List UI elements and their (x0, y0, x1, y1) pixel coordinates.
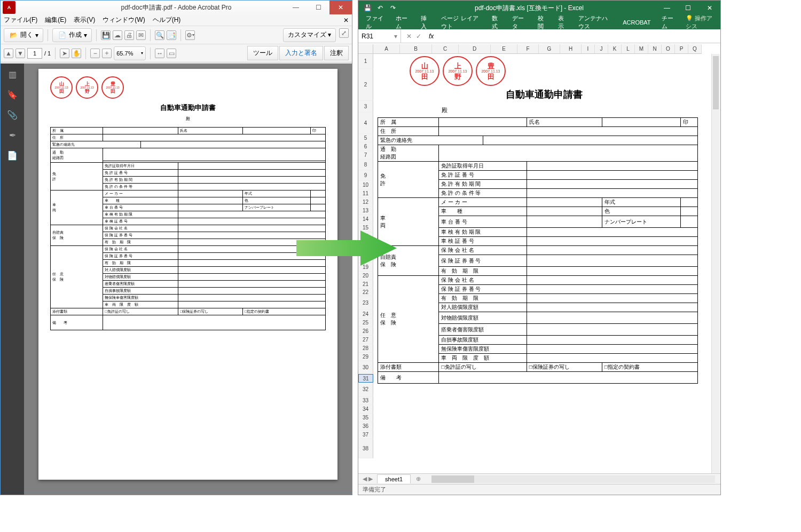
fx-cancel-icon[interactable]: ✕ (406, 33, 412, 40)
menu-help[interactable]: ヘルプ(H) (153, 15, 181, 25)
row-header-7[interactable]: 7 (358, 151, 373, 160)
print-icon[interactable]: 🖨 (124, 30, 134, 40)
tab-data[interactable]: データ (508, 12, 531, 33)
row-header-31[interactable]: 31 (358, 374, 373, 383)
cloud-icon[interactable]: ☁ (113, 30, 122, 40)
tell-me[interactable]: 💡 操作アシス (686, 14, 717, 30)
tab-acrobat[interactable]: ACROBAT (618, 17, 655, 28)
excel-horizontal-scrollbar[interactable] (431, 475, 715, 483)
acrobat-page-area[interactable]: 山2007.11.13田 上2007.11.13野 豊2007.11.13田 自… (24, 63, 352, 495)
row-header-22[interactable]: 22 (358, 289, 373, 296)
menu-edit[interactable]: 編集(E) (45, 15, 66, 25)
sheet-area[interactable]: 山2007.11.13田 上2007.11.13野 豊2007.11.13田 自… (373, 54, 720, 473)
row-header-38[interactable]: 38 (358, 439, 373, 458)
qat-undo-icon[interactable]: ↶ (375, 3, 385, 13)
page-number-input[interactable] (27, 48, 42, 59)
attachments-icon[interactable]: 📎 (6, 108, 19, 121)
excel-grid[interactable]: ABCDEFGHIJKLMNOPQ 1234567891011121314151… (358, 44, 720, 473)
col-header-D[interactable]: D (459, 44, 491, 53)
col-header-M[interactable]: M (635, 44, 648, 53)
excel-vertical-scrollbar[interactable] (711, 54, 720, 473)
window-minimize-button[interactable]: — (285, 1, 307, 14)
open-button[interactable]: 📂開く▾ (4, 28, 43, 42)
customize-button[interactable]: カスタマイズ ▾ (283, 28, 336, 42)
row-header-10[interactable]: 10 (358, 181, 373, 189)
fx-confirm-icon[interactable]: ✓ (416, 33, 421, 40)
tab-review[interactable]: 校閲 (533, 12, 552, 33)
fit-width-icon[interactable]: ↔ (155, 49, 164, 58)
select-tool-icon[interactable]: ➤ (60, 49, 69, 58)
col-header-H[interactable]: H (560, 44, 582, 53)
col-header-L[interactable]: L (622, 44, 635, 53)
bookmarks-icon[interactable]: 🔖 (6, 88, 19, 101)
page-up-icon[interactable]: ▲ (4, 49, 13, 58)
row-header-27[interactable]: 27 (358, 336, 373, 344)
tab-view[interactable]: 表示 (554, 12, 572, 33)
row-header-26[interactable]: 26 (358, 327, 373, 336)
create-button[interactable]: 📄作成▾ (52, 28, 92, 42)
tag-icon[interactable]: 📑 (167, 30, 176, 40)
window-maximize-button[interactable]: ☐ (307, 1, 329, 14)
search-icon[interactable]: 🔍 (155, 30, 164, 40)
sheet-tab-sheet1[interactable]: sheet1 (377, 474, 411, 483)
col-header-B[interactable]: B (400, 44, 432, 53)
menu-view[interactable]: 表示(V) (74, 15, 95, 25)
col-header-G[interactable]: G (539, 44, 560, 53)
fit-page-icon[interactable]: ▭ (167, 49, 176, 58)
row-header-35[interactable]: 35 (358, 414, 373, 422)
col-header-P[interactable]: P (675, 44, 688, 53)
row-header-5[interactable]: 5 (358, 134, 373, 142)
tab-layout[interactable]: ページ レイアウト (437, 12, 485, 33)
tab-formula[interactable]: 数式 (488, 12, 506, 33)
row-header-23[interactable]: 23 (358, 296, 373, 310)
row-header-9[interactable]: 9 (358, 170, 373, 181)
tab-antenna[interactable]: アンテナハウス (574, 12, 616, 33)
col-header-N[interactable]: N (648, 44, 662, 53)
col-header-K[interactable]: K (608, 44, 622, 53)
zoom-display[interactable]: 65.7%▾ (114, 46, 146, 60)
menu-close-icon[interactable]: ✕ (343, 17, 349, 24)
signatures-icon[interactable]: ✒ (6, 129, 19, 141)
select-all-corner[interactable] (358, 44, 373, 54)
add-sheet-button[interactable]: ⊕ (411, 475, 426, 482)
row-header-30[interactable]: 30 (358, 361, 373, 374)
col-header-J[interactable]: J (595, 44, 608, 53)
row-header-12[interactable]: 12 (358, 198, 373, 207)
row-header-20[interactable]: 20 (358, 272, 373, 280)
row-header-21[interactable]: 21 (358, 280, 373, 289)
col-header-I[interactable]: I (582, 44, 595, 53)
tab-insert[interactable]: 挿入 (417, 12, 435, 33)
layers-icon[interactable]: 📄 (6, 149, 19, 162)
expand-icon[interactable]: ⤢ (339, 28, 349, 38)
sheet-nav-icon[interactable]: ◀ ▶ (358, 475, 377, 482)
row-header-13[interactable]: 13 (358, 207, 373, 215)
qat-redo-icon[interactable]: ↷ (388, 3, 398, 13)
row-header-33[interactable]: 33 (358, 396, 373, 405)
row-header-34[interactable]: 34 (358, 405, 373, 414)
qat-save-icon[interactable]: 💾 (363, 3, 372, 13)
save-icon[interactable]: 💾 (101, 30, 111, 40)
page-down-icon[interactable]: ▼ (15, 49, 25, 58)
col-header-F[interactable]: F (517, 44, 539, 53)
menu-window[interactable]: ウィンドウ(W) (103, 15, 145, 25)
col-header-C[interactable]: C (432, 44, 459, 53)
col-header-E[interactable]: E (491, 44, 517, 53)
row-header-37[interactable]: 37 (358, 431, 373, 439)
hand-tool-icon[interactable]: ✋ (72, 49, 81, 58)
row-header-28[interactable]: 28 (358, 344, 373, 353)
tools-panel-link[interactable]: ツール (247, 46, 278, 60)
name-box[interactable]: R31▾ (358, 29, 401, 43)
window-close-button[interactable]: ✕ (329, 1, 352, 14)
excel-close-button[interactable]: ✕ (699, 1, 720, 15)
tab-team[interactable]: チーム (657, 12, 680, 33)
row-header-25[interactable]: 25 (358, 319, 373, 327)
col-header-O[interactable]: O (662, 44, 675, 53)
row-header-36[interactable]: 36 (358, 422, 373, 431)
row-header-14[interactable]: 14 (358, 215, 373, 224)
menu-file[interactable]: ファイル(F) (4, 15, 37, 25)
col-header-A[interactable]: A (373, 44, 400, 53)
row-header-4[interactable]: 4 (358, 113, 373, 134)
row-header-8[interactable]: 8 (358, 160, 373, 170)
fill-sign-link[interactable]: 入力と署名 (279, 46, 323, 60)
row-header-2[interactable]: 2 (358, 69, 373, 101)
